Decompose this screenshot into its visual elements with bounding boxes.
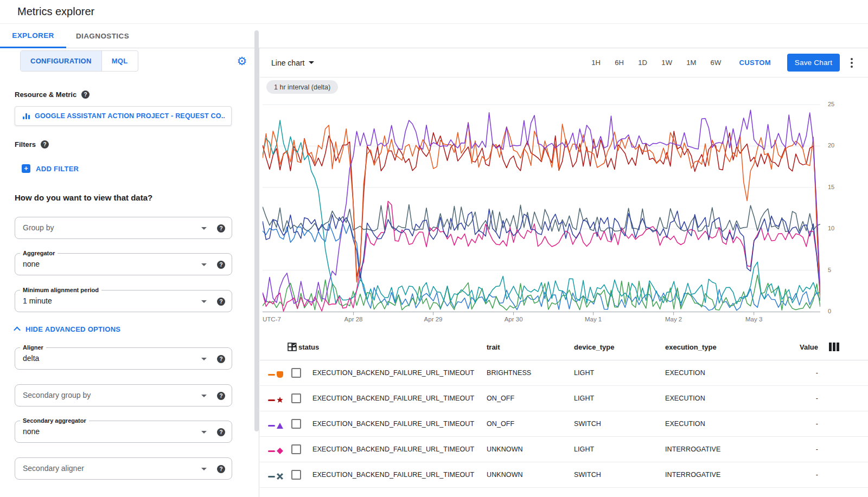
field-label: Aggregator: [20, 250, 58, 256]
field-value: none: [23, 427, 40, 436]
columns-icon[interactable]: [829, 343, 839, 351]
toggle-configuration[interactable]: CONFIGURATION: [21, 51, 101, 71]
chevron-up-icon: [14, 327, 21, 334]
secondary-aggregator-select[interactable]: Secondary aggregatornone?: [15, 421, 232, 443]
save-chart-button[interactable]: Save Chart: [787, 54, 840, 72]
help-icon[interactable]: ?: [217, 465, 225, 473]
column-header-status[interactable]: status: [298, 343, 319, 351]
y-tick-label: 20: [828, 142, 834, 149]
range-6h-button[interactable]: 6H: [608, 54, 631, 71]
help-icon[interactable]: ?: [217, 224, 225, 233]
resource-metric-text: Resource & Metric: [15, 91, 76, 99]
row-checkbox[interactable]: [291, 393, 301, 403]
aggregator-select[interactable]: Aggregatornone?: [15, 253, 232, 275]
help-icon[interactable]: ?: [41, 140, 49, 149]
chart-type-label: Line chart: [271, 59, 304, 67]
help-icon[interactable]: ?: [217, 355, 225, 363]
gear-icon[interactable]: ⚙: [235, 55, 248, 68]
y-tick-label: 0: [828, 308, 831, 314]
cell-execution-type: INTERROGATIVE: [665, 446, 720, 453]
app-header: Metrics explorer: [0, 0, 868, 24]
legend-table: status trait device_type execution_type …: [260, 334, 868, 497]
chevron-down-icon: [201, 468, 207, 470]
secondary-aligner-select[interactable]: Secondary aligner?: [15, 457, 232, 480]
range-6w-button[interactable]: 6W: [704, 54, 729, 71]
row-checkbox[interactable]: [291, 470, 301, 480]
resource-metric-chip[interactable]: GOOGLE ASSISTANT ACTION PROJECT - REQUES…: [15, 106, 232, 126]
cell-value: -: [816, 395, 818, 402]
row-checkbox[interactable]: [291, 368, 301, 378]
timezone-label: UTC-7: [263, 316, 281, 322]
range-1d-button[interactable]: 1D: [631, 54, 654, 71]
secondary-group-by-select[interactable]: Secondary group by?: [15, 384, 232, 406]
legend-table-header: status trait device_type execution_type …: [260, 334, 868, 360]
config-mql-toggle: CONFIGURATION MQL: [20, 50, 138, 72]
column-header-execution-type[interactable]: execution_type: [665, 343, 717, 351]
cell-trait: BRIGHTNESS: [487, 369, 531, 377]
range-1m-button[interactable]: 1M: [679, 54, 703, 71]
cell-status: EXECUTION_BACKEND_FAILURE_URL_TIMEOUT: [312, 369, 474, 377]
range-1h-button[interactable]: 1H: [584, 54, 608, 71]
cell-status: EXECUTION_BACKEND_FAILURE_URL_TIMEOUT: [312, 395, 474, 402]
y-tick-label: 25: [828, 101, 834, 107]
group-by-select[interactable]: Group by?: [15, 217, 232, 239]
view-question-heading: How do you want to view that data?: [15, 193, 152, 202]
select-all-grid-icon[interactable]: [288, 343, 297, 352]
cell-status: EXECUTION_BACKEND_FAILURE_URL_TIMEOUT: [312, 446, 474, 453]
hide-advanced-options-toggle[interactable]: HIDE ADVANCED OPTIONS: [15, 325, 120, 333]
x-tick-label: Apr 29: [420, 316, 446, 322]
help-icon[interactable]: ?: [217, 428, 225, 436]
cell-execution-type: INTERROGATIVE: [665, 471, 720, 479]
chevron-down-icon: [309, 61, 314, 64]
field-value: 1 minute: [23, 296, 52, 305]
min-alignment-period-select[interactable]: Minimum alignment period1 minute?: [15, 290, 232, 312]
range-1w-button[interactable]: 1W: [654, 54, 679, 71]
x-tick-label: May 2: [661, 316, 687, 322]
help-icon[interactable]: ?: [217, 392, 225, 400]
aligner-select[interactable]: Alignerdelta?: [15, 347, 232, 370]
help-icon[interactable]: ?: [217, 298, 225, 306]
cell-value: -: [816, 420, 818, 428]
custom-range-button[interactable]: CUSTOM: [732, 54, 779, 71]
tab-explorer[interactable]: EXPLORER: [0, 24, 66, 48]
series-marker-icon: [268, 372, 285, 378]
column-header-trait[interactable]: trait: [487, 343, 500, 351]
left-panel-scrollbar[interactable]: [254, 30, 259, 431]
field-label: Secondary aggregator: [20, 417, 89, 424]
y-tick-label: 10: [828, 225, 834, 231]
series-marker-icon: [268, 423, 285, 429]
cell-value: -: [816, 446, 818, 453]
page-title: Metrics explorer: [17, 5, 94, 18]
cell-value: -: [816, 471, 818, 479]
chevron-down-icon: [201, 300, 207, 303]
cell-status: EXECUTION_BACKEND_FAILURE_URL_TIMEOUT: [312, 471, 474, 479]
column-header-value[interactable]: Value: [800, 343, 818, 351]
bar-chart-icon: [23, 113, 30, 119]
field-value: Secondary group by: [23, 391, 91, 399]
field-label: Aligner: [20, 344, 46, 351]
column-header-device-type[interactable]: device_type: [574, 343, 614, 351]
advanced-toggle-label: HIDE ADVANCED OPTIONS: [25, 325, 120, 333]
tab-diagnostics[interactable]: DIAGNOSTICS: [66, 24, 139, 48]
field-value: none: [23, 260, 40, 268]
configuration-panel: CONFIGURATION MQL ⚙ Resource & Metric ? …: [0, 48, 259, 497]
line-chart[interactable]: [263, 103, 820, 315]
y-tick-label: 5: [828, 267, 831, 273]
chevron-down-icon: [201, 358, 207, 360]
chevron-down-icon: [201, 431, 207, 434]
help-icon[interactable]: ?: [217, 261, 225, 269]
chevron-down-icon: [201, 263, 207, 266]
chevron-down-icon: [201, 395, 207, 397]
more-options-icon[interactable]: [847, 55, 856, 71]
row-checkbox[interactable]: [291, 444, 301, 454]
help-icon[interactable]: ?: [81, 91, 90, 99]
add-icon: +: [22, 164, 30, 173]
time-range-group: 1H 6H 1D 1W 1M 6W CUSTOM Save Chart: [584, 54, 860, 72]
toggle-mql[interactable]: MQL: [101, 51, 138, 71]
cell-trait: UNKNOWN: [487, 471, 523, 479]
tab-bar: EXPLORER DIAGNOSTICS: [0, 24, 868, 48]
add-filter-button[interactable]: + ADD FILTER: [22, 164, 79, 173]
row-checkbox[interactable]: [291, 419, 301, 429]
cell-trait: ON_OFF: [487, 420, 514, 428]
chart-type-dropdown[interactable]: Line chart: [271, 59, 314, 67]
